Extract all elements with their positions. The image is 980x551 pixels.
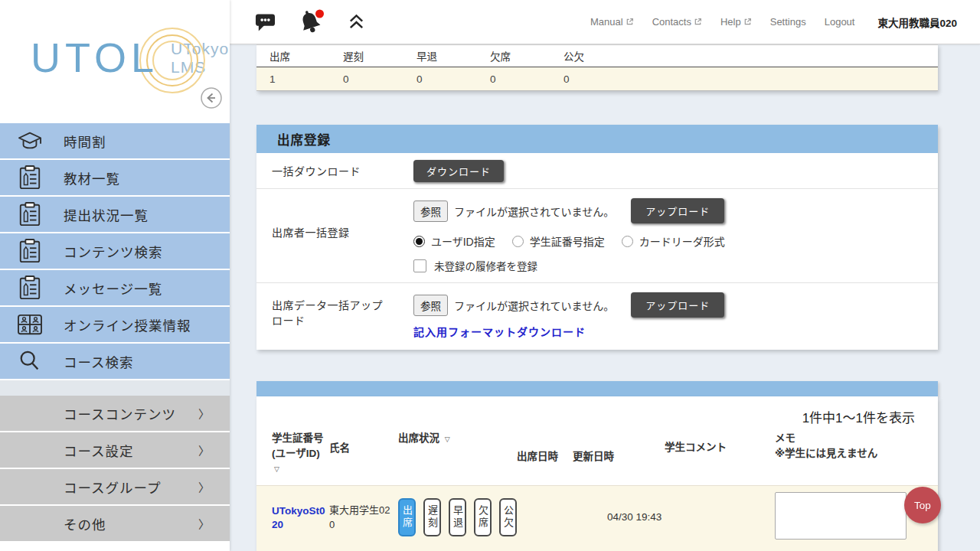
col-status[interactable]: 出席状況 ▽ <box>398 431 517 446</box>
sidebar: UTOL UTokyo LMS 時間割 教材一覧 提出状況一覧 コンテンツ検索 <box>0 0 230 551</box>
attendance-table-header: 学生証番号 (ユーザID) ▽ 氏名 出席状況 ▽ 出席日時 更新日時 学生コメ… <box>256 426 938 485</box>
browse-button[interactable]: 参照 <box>413 201 448 222</box>
logo-area: UTOL UTokyo LMS <box>0 0 230 123</box>
scroll-to-top-button[interactable]: Top <box>904 487 941 523</box>
summary-col-early-leave: 早退 <box>403 48 477 64</box>
sidebar-item-messages[interactable]: メッセージ一覧 <box>0 270 230 307</box>
chevron-right-icon: 〉 <box>198 442 210 458</box>
logout-link[interactable]: Logout <box>825 16 855 28</box>
summary-value-row: 1 0 0 0 0 <box>256 67 938 91</box>
status-absent-button[interactable]: 欠席 <box>474 498 492 536</box>
sidebar-item-course-group[interactable]: コースグループ 〉 <box>0 469 230 506</box>
attendance-summary-table: 出席 遅刻 早退 欠席 公欠 1 0 0 0 0 <box>256 44 938 91</box>
sidebar-item-course-contents[interactable]: コースコンテンツ 〉 <box>0 396 230 432</box>
status-early-leave-button[interactable]: 早退 <box>449 498 466 536</box>
sidebar-item-materials[interactable]: 教材一覧 <box>0 160 230 197</box>
chevron-right-icon: 〉 <box>198 516 210 532</box>
attendance-registration-panel: 出席登録 一括ダウンロード ダウンロード 出席者一括登録 参照 ファイルが選択さ… <box>256 125 938 350</box>
graduation-cap-icon <box>15 129 44 152</box>
col-update-time: 更新日時 <box>573 449 665 465</box>
sidebar-item-label: コース設定 <box>64 441 134 460</box>
col-attend-time: 出席日時 <box>517 449 573 465</box>
col-student-id[interactable]: 学生証番号 (ユーザID) ▽ <box>256 431 329 476</box>
sidebar-item-label: コンテンツ検索 <box>64 242 163 261</box>
brand-text: UTOL <box>31 37 158 78</box>
status-late-button[interactable]: 遅刻 <box>423 498 441 536</box>
sidebar-item-others[interactable]: その他 〉 <box>0 506 230 543</box>
main-area: Manual Contacts Help Settings Logout 東大用… <box>230 0 980 551</box>
memo-textarea[interactable] <box>775 492 906 540</box>
no-file-text: ファイルが選択されていません。 <box>454 204 614 219</box>
clipboard-icon <box>15 165 44 191</box>
sidebar-item-label: コースグループ <box>64 478 162 497</box>
status-present-button[interactable]: 出席 <box>398 498 416 536</box>
table-row: UTokyoSt020 東大用学生020 出席 遅刻 早退 欠席 公欠 04/3… <box>256 485 938 551</box>
sidebar-item-label: メッセージ一覧 <box>64 279 162 298</box>
summary-value-present: 1 <box>256 73 330 85</box>
browse-button[interactable]: 参照 <box>413 295 448 316</box>
manual-link[interactable]: Manual <box>590 16 634 28</box>
sidebar-item-submission-status[interactable]: 提出状況一覧 <box>0 197 230 233</box>
help-link[interactable]: Help <box>720 16 752 28</box>
video-grid-icon <box>15 313 44 336</box>
sidebar-item-label: 教材一覧 <box>64 168 120 187</box>
collapse-header-button[interactable] <box>348 13 365 31</box>
status-excused-button[interactable]: 公欠 <box>499 498 517 536</box>
messages-button[interactable] <box>255 12 276 32</box>
sidebar-item-online-class-info[interactable]: オンライン授業情報 <box>0 307 230 344</box>
sidebar-divider <box>0 380 230 396</box>
settings-link[interactable]: Settings <box>770 16 806 28</box>
upload-button[interactable]: アップロード <box>631 198 724 223</box>
result-count-top: 1件中1〜1件を表示 <box>256 396 938 426</box>
file-select-line: 参照 ファイルが選択されていません。 アップロード <box>413 292 938 318</box>
notifications-button[interactable] <box>299 8 325 36</box>
topbar-icons <box>255 8 365 36</box>
register-unregistered-checkbox[interactable] <box>413 259 426 272</box>
col-memo: メモ ※学生には見えません <box>775 431 938 461</box>
notification-dot <box>315 9 324 18</box>
sidebar-item-timetable[interactable]: 時間割 <box>0 123 230 160</box>
sidebar-item-content-search[interactable]: コンテンツ検索 <box>0 233 230 270</box>
sidebar-item-label: その他 <box>64 514 106 533</box>
radio-student-card-number[interactable] <box>512 236 524 247</box>
summary-col-absent: 欠席 <box>477 48 550 64</box>
sidebar-item-course-settings[interactable]: コース設定 〉 <box>0 432 230 469</box>
id-type-radio-group: ユーザID指定 学生証番号指定 カードリーダ形式 <box>413 233 938 249</box>
summary-value-early-leave: 0 <box>403 73 477 85</box>
section-title: 出席登録 <box>256 125 938 153</box>
sidebar-item-course-search[interactable]: コース検索 <box>0 344 230 380</box>
content-area: 出席 遅刻 早退 欠席 公欠 1 0 0 0 0 出席登録 一括ダウンロード ダ… <box>230 44 980 551</box>
format-download-link[interactable]: 記入用フォーマットダウンロード <box>413 324 586 339</box>
radio-card-reader[interactable] <box>622 236 633 247</box>
bulk-download-row: 一括ダウンロード ダウンロード <box>256 153 938 189</box>
attendance-data-upload-row: 出席データ一括アップロード 参照 ファイルが選択されていません。 アップロード … <box>256 283 938 350</box>
download-button[interactable]: ダウンロード <box>413 160 504 182</box>
file-select-line: 参照 ファイルが選択されていません。 アップロード <box>413 198 938 223</box>
attendee-bulk-register-row: 出席者一括登録 参照 ファイルが選択されていません。 アップロード ユーザID指… <box>256 189 938 283</box>
clipboard-icon <box>15 238 44 264</box>
bulk-download-label: 一括ダウンロード <box>256 163 413 178</box>
current-user-name: 東大用教職員020 <box>877 15 957 30</box>
student-name: 東大用学生020 <box>329 504 390 530</box>
summary-value-absent: 0 <box>477 73 550 85</box>
summary-col-late: 遅刻 <box>330 48 403 64</box>
attendee-bulk-controls: 参照 ファイルが選択されていません。 アップロード ユーザID指定 学生証番号指… <box>413 198 938 273</box>
student-id-link[interactable]: UTokyoSt020 <box>272 505 325 530</box>
attendance-list-table: 1件中1〜1件を表示 学生証番号 (ユーザID) ▽ 氏名 出席状況 ▽ 出席日… <box>256 396 938 551</box>
sort-icon[interactable]: ▽ <box>274 465 279 473</box>
data-upload-controls: 参照 ファイルが選択されていません。 アップロード 記入用フォーマットダウンロー… <box>413 292 938 339</box>
external-link-icon <box>626 18 634 26</box>
attendee-bulk-label: 出席者一括登録 <box>256 198 413 273</box>
sidebar-collapse-button[interactable] <box>201 87 222 109</box>
clipboard-icon <box>15 201 44 227</box>
upload-button[interactable]: アップロード <box>631 292 724 318</box>
bell-icon <box>299 8 325 36</box>
radio-user-id[interactable] <box>413 236 425 247</box>
chat-bubble-icon <box>255 12 276 32</box>
summary-value-late: 0 <box>330 73 403 85</box>
sort-icon[interactable]: ▽ <box>445 435 450 443</box>
external-link-icon <box>743 18 752 26</box>
contacts-link[interactable]: Contacts <box>652 16 702 28</box>
summary-col-excused: 公欠 <box>550 48 624 64</box>
col-name: 氏名 <box>329 441 398 456</box>
